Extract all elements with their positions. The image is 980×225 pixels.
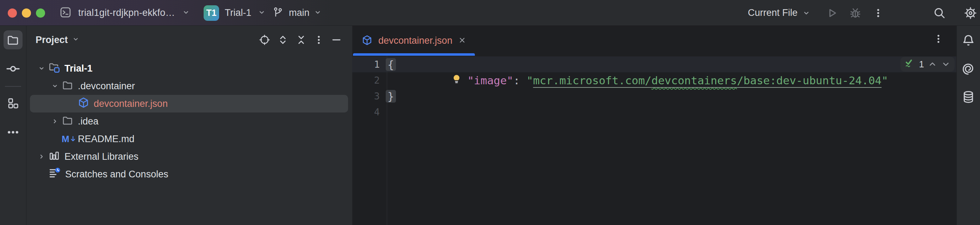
debug-button[interactable] [849,7,862,19]
chevron-expanded-icon[interactable] [35,64,48,73]
database-icon[interactable] [961,90,975,105]
next-problem-chevron-icon[interactable] [941,59,951,69]
structure-tool-window-button[interactable] [3,94,22,113]
folder-icon [62,79,74,93]
chevron-down-icon[interactable] [802,8,811,18]
tree-row-readme[interactable]: M README.md [26,130,352,148]
minimize-window-button[interactable] [22,8,31,18]
close-window-button[interactable] [8,8,17,18]
line-number: 3 [352,91,380,102]
active-tab-indicator [353,53,475,56]
run-configuration-selector[interactable]: Current File [748,7,797,18]
chevron-expanded-icon[interactable] [48,81,62,91]
libraries-icon [48,150,60,164]
chevron-down-icon[interactable] [72,35,80,45]
run-button[interactable] [826,7,838,19]
tab-title[interactable]: devcontainer.json [378,35,452,46]
tree-row-project-root[interactable]: Trial-1 [26,60,352,77]
editor-area: devcontainer.json 1 { 2 "i [352,26,956,225]
tree-item-label[interactable]: .devcontainer [78,81,135,92]
brace-highlight: } [386,90,396,103]
code-line-4[interactable]: 4 [352,104,956,120]
devcontainer-cube-icon [361,35,373,47]
ai-assistant-icon[interactable] [961,62,975,77]
close-tab-icon[interactable] [458,36,466,46]
project-root-folder-icon [48,61,60,76]
notifications-bell-icon[interactable] [961,34,975,49]
no-problems-check-icon [904,58,916,70]
tree-row-devcontainer-folder[interactable]: .devcontainer [26,77,352,95]
devcontainer-cube-icon [78,97,89,111]
workspace-name[interactable]: Trial-1 [225,7,251,18]
tab-options-kebab-icon[interactable] [933,34,944,44]
panel-title[interactable]: Project [36,35,68,45]
hide-panel-icon[interactable] [331,34,342,46]
locate-file-icon[interactable] [259,34,270,46]
workspace-badge[interactable]: T1 [204,5,219,21]
left-tool-strip [0,26,26,225]
project-tree: Trial-1 .devcontainer devcontai [26,60,352,183]
editor-tab-bar: devcontainer.json [352,26,956,56]
tree-item-label[interactable]: devcontainer.json [94,98,168,109]
tree-row-idea-folder[interactable]: .idea [26,113,352,130]
expand-all-icon[interactable] [277,34,289,46]
chevron-down-icon[interactable] [181,8,191,18]
chevron-down-icon[interactable] [313,8,322,18]
collapse-all-icon[interactable] [295,34,307,46]
tree-row-external-libraries[interactable]: External Libraries [26,148,352,165]
git-branch-icon [272,6,284,20]
project-title[interactable]: trial1git-rdjkpn-ekkfo… [78,7,175,18]
more-tool-windows-button[interactable] [3,123,22,142]
tab-devcontainer-json[interactable]: devcontainer.json [352,26,476,56]
image-url-string[interactable]: mcr.microsoft.com/devcontainers/base:dev… [533,74,881,87]
settings-gear-icon[interactable] [964,6,977,20]
inspections-widget[interactable]: 1 [900,57,955,72]
tree-item-label[interactable]: Trial-1 [64,63,93,74]
code-line-2[interactable]: 2 "image": "mcr.microsoft.com/devcontain… [352,72,956,88]
right-tool-strip [956,26,980,225]
line-number: 4 [352,107,380,117]
tree-row-scratches[interactable]: Scratches and Consoles [26,165,352,183]
line-number: 1 [352,59,380,70]
code-line-3[interactable]: 3 } [352,88,956,104]
chevron-collapsed-icon[interactable] [48,117,62,126]
chevron-down-icon[interactable] [257,8,266,18]
tree-item-label[interactable]: .idea [78,116,99,127]
scratches-icon [48,167,61,182]
search-icon[interactable] [933,6,946,20]
commit-tool-window-button[interactable] [3,59,22,78]
vcs-branch-widget[interactable]: main [272,0,322,26]
inspection-count: 1 [919,59,924,70]
workspace-widget[interactable]: T1 Trial-1 [204,0,266,26]
tree-item-label[interactable]: README.md [78,134,135,145]
tree-item-label[interactable]: Scratches and Consoles [65,169,169,180]
chevron-collapsed-icon[interactable] [35,152,48,161]
project-tool-window-button[interactable] [3,30,22,49]
code-editor[interactable]: 1 { 2 "image": "mcr.microsoft.com/devcon… [352,56,956,225]
typo-squiggle: devcontainers [651,74,737,87]
tree-item-label[interactable]: External Libraries [64,151,138,162]
zoom-window-button[interactable] [36,8,45,18]
panel-options-kebab-icon[interactable] [313,35,324,45]
terminal-project-icon [59,6,72,20]
window-controls [8,8,45,18]
strip-divider [5,86,21,87]
more-actions-kebab-icon[interactable] [873,8,883,18]
folder-icon [62,114,74,129]
branch-name[interactable]: main [289,7,310,18]
title-bar: trial1git-rdjkpn-ekkfo… T1 Trial-1 main … [0,0,980,26]
tree-row-devcontainer-json[interactable]: devcontainer.json [26,95,352,113]
project-panel: Project [26,26,352,225]
markdown-file-icon: M [62,134,76,145]
previous-problem-chevron-icon[interactable] [928,59,937,69]
line-number: 2 [352,75,380,86]
